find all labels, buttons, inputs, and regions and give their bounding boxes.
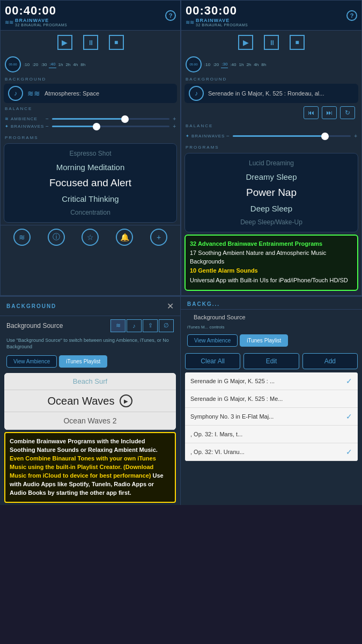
left-program-focused-alert[interactable]: Focused and Alert — [4, 174, 176, 192]
left-time-labels: :10 :20 :30 :40 1h 2h 4h 8h — [23, 61, 176, 68]
left-time-10[interactable]: :10 — [23, 61, 30, 68]
left-program-espresso[interactable]: Espresso Shot — [4, 147, 176, 160]
right-help-button[interactable]: ? — [346, 10, 357, 21]
right-balance-section: ✦ BRAINWAVES − + — [181, 129, 361, 143]
left-background-section-label: BACKGROUND — [1, 75, 180, 83]
left-program-critical-thinking[interactable]: Critical Thinking — [4, 192, 176, 206]
right-time-1h[interactable]: 1h — [239, 61, 245, 68]
left-ambience-plus[interactable]: + — [173, 116, 176, 122]
right-brainwave-logo: ≋≋ BRAINWAVE 32 BINAURAL PROGRAMS — [186, 18, 248, 27]
left-programs-label: PROGRAMS — [1, 133, 180, 141]
right-bg-text: Serenade in G Major, K. 525 : Rondeau, a… — [208, 90, 354, 97]
bottom-left-panel: BACKGROUND ✕ Background Source ≋ ♪ ⇪ ∅ U… — [0, 297, 181, 505]
left-bell-toolbar-btn[interactable]: 🔔 — [116, 229, 133, 246]
left-wave-toolbar-btn[interactable]: ≋ — [13, 229, 31, 246]
left-pause-button[interactable]: ⏸ — [83, 35, 98, 50]
left-brainwaves-slider[interactable] — [52, 126, 169, 127]
right-timer-circle[interactable]: 05:00 — [186, 56, 202, 72]
left-time-4h[interactable]: 4h — [72, 61, 78, 68]
right-panel-header: 00:30:00 ≋≋ BRAINWAVE 32 BINAURAL PROGRA… — [181, 1, 361, 31]
playlist-item-5-text: , Op. 32: VI. Uranu... — [190, 449, 245, 455]
left-time-40[interactable]: :40 — [49, 61, 56, 68]
playlist-item-2-check: ✓ — [346, 394, 352, 403]
left-time-20[interactable]: :20 — [32, 61, 39, 68]
right-program-lucid-dreaming[interactable]: Lucid Dreaming — [185, 157, 358, 170]
left-time-2h[interactable]: 2h — [65, 61, 71, 68]
close-button[interactable]: ✕ — [167, 301, 174, 311]
left-plus-toolbar-btn[interactable]: + — [150, 229, 167, 246]
right-program-deep-sleep-wakeup[interactable]: Deep Sleep/Wake-Up — [185, 216, 358, 229]
source-wave-btn[interactable]: ≋ — [110, 319, 125, 332]
feature-line-2: 17 Soothing Ambient Nature and Atmospher… — [190, 249, 353, 266]
left-help-button[interactable]: ? — [165, 10, 176, 21]
left-brainwaves-minus[interactable]: − — [46, 123, 49, 129]
right-brainwave-text: BRAINWAVE — [196, 18, 248, 23]
source-music-btn[interactable]: ♪ — [127, 319, 142, 332]
playlist-item-3-check: ✓ — [346, 412, 352, 421]
left-star-toolbar-btn[interactable]: ☆ — [82, 229, 99, 246]
sound-ocean-waves-2[interactable]: Ocean Waves 2 — [4, 412, 176, 430]
right-repeat-button[interactable]: ↻ — [340, 106, 355, 119]
playlist-item-4-check: ✓ — [346, 430, 352, 438]
right-pause-button[interactable]: ⏸ — [264, 35, 279, 50]
view-ambience-tab-left[interactable]: View Ambience — [6, 355, 57, 368]
right-brainwaves-plus[interactable]: + — [354, 133, 357, 139]
left-ambience-row: ≋ AMBIENCE − + — [5, 116, 176, 122]
playlist-item-1[interactable]: Serenade in G Major, K. 525 : ... ✓ — [185, 372, 358, 390]
source-none-btn[interactable]: ∅ — [159, 319, 174, 332]
left-brainwaves-plus[interactable]: + — [173, 123, 176, 129]
playlist-item-4-text: , Op. 32: I. Mars, t... — [190, 431, 242, 437]
itunes-playlist-tab-right[interactable]: iTunes Playlist — [240, 334, 288, 347]
left-time-1h[interactable]: 1h — [58, 61, 64, 68]
playlist-item-2-text: Serenade in G Major, K. 525 : Me... — [190, 396, 283, 402]
right-balance-label: BALANCE — [181, 121, 361, 129]
playlist-item-4[interactable]: , Op. 32: I. Mars, t... ✓ — [185, 426, 358, 443]
right-background-row: ♪ Serenade in G Major, K. 525 : Rondeau,… — [184, 84, 358, 103]
right-program-dreamy-sleep[interactable]: Dreamy Sleep — [185, 170, 358, 184]
right-program-power-nap[interactable]: Power Nap — [185, 184, 358, 201]
left-timer-circle[interactable]: 05:00 — [5, 56, 21, 72]
left-play-button[interactable]: ▶ — [57, 35, 72, 50]
right-next-button[interactable]: ⏭ — [322, 106, 337, 119]
right-timeline: 05:00 :10 :20 :30 :40 1h 2h 4h 8h — [181, 54, 361, 75]
left-program-morning-meditation[interactable]: Morning Meditation — [4, 160, 176, 174]
right-prev-button[interactable]: ⏮ — [304, 106, 319, 119]
playlist-item-5[interactable]: , Op. 32: VI. Uranu... ✓ — [185, 443, 358, 461]
left-info-toolbar-btn[interactable]: ⓘ — [48, 229, 65, 246]
right-wave-icon: ≋≋ — [186, 19, 194, 25]
right-program-deep-sleep[interactable]: Deep Sleep — [185, 201, 358, 216]
right-brainwaves-slider[interactable] — [233, 135, 351, 137]
right-brainwaves-minus[interactable]: − — [226, 133, 230, 139]
right-stop-button[interactable]: ■ — [290, 35, 305, 50]
bottom-left-title: BACKGROUND — [6, 303, 56, 309]
left-brainwave-logo: ≋≋ BRAINWAVE 32 BINAURAL PROGRAMS — [5, 18, 67, 27]
right-time-8h[interactable]: 8h — [261, 61, 267, 68]
right-time-30[interactable]: :30 — [221, 61, 228, 68]
left-time-30[interactable]: :30 — [40, 61, 47, 68]
add-button[interactable]: Add — [302, 353, 358, 369]
right-play-button[interactable]: ▶ — [238, 35, 253, 50]
left-stop-button[interactable]: ■ — [109, 35, 124, 50]
sound-ocean-waves[interactable]: Ocean Waves ▶ — [4, 390, 176, 412]
right-time-4h[interactable]: 4h — [253, 61, 259, 68]
edit-button[interactable]: Edit — [243, 353, 299, 369]
left-ambience-minus[interactable]: − — [46, 116, 49, 122]
playlist-item-2[interactable]: Serenade in G Major, K. 525 : Me... ✓ — [185, 390, 358, 408]
playlist-item-3[interactable]: Symphony No. 3 in E-Flat Maj... ✓ — [185, 408, 358, 426]
view-ambience-tab-right[interactable]: View Ambience — [187, 334, 238, 347]
clear-all-button[interactable]: Clear All — [185, 353, 240, 369]
source-share-btn[interactable]: ⇪ — [143, 319, 158, 332]
sounds-list: Beach Surf Ocean Waves ▶ Ocean Waves 2 — [4, 373, 176, 430]
right-time-2h[interactable]: 2h — [246, 61, 252, 68]
left-time-8h[interactable]: 8h — [80, 61, 86, 68]
right-time-40[interactable]: :40 — [230, 61, 237, 68]
right-time-20[interactable]: :20 — [212, 61, 219, 68]
left-ambience-slider[interactable] — [52, 118, 169, 120]
itunes-playlist-tab-left[interactable]: iTunes Playlist — [59, 355, 107, 368]
sound-beach-surf[interactable]: Beach Surf — [4, 373, 176, 390]
left-program-concentration[interactable]: Concentration — [4, 206, 176, 219]
ocean-waves-play-icon[interactable]: ▶ — [120, 394, 132, 407]
right-media-controls: ⏮ ⏭ ↻ — [181, 104, 361, 121]
right-time-10[interactable]: :10 — [204, 61, 211, 68]
ocean-waves-label: Ocean Waves — [48, 395, 115, 407]
